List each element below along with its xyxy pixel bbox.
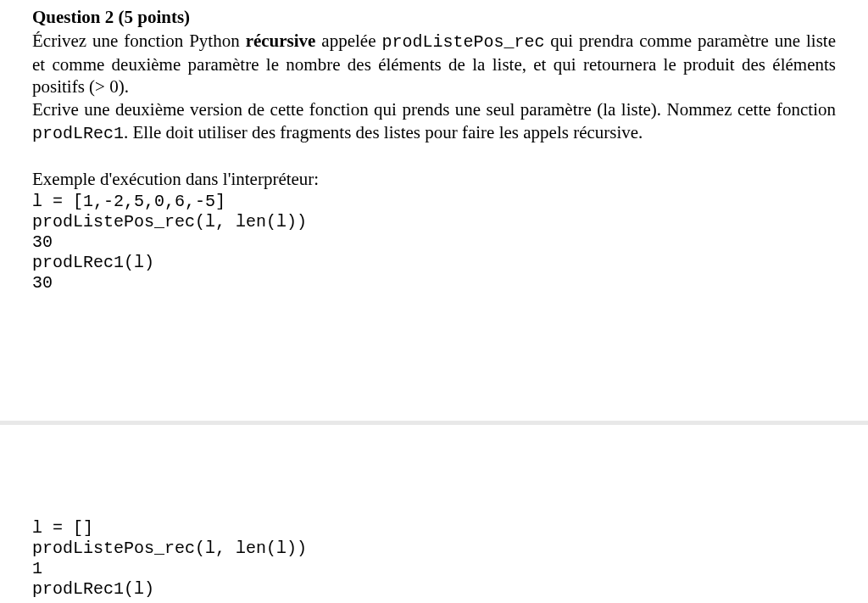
para2-code1: prodLRec1: [32, 124, 124, 143]
para1-bold: récursive: [246, 31, 316, 51]
code-block-2: l = [] prodListePos_rec(l, len(l)) 1 pro…: [32, 518, 836, 603]
code-block-1: l = [1,-2,5,0,6,-5] prodListePos_rec(l, …: [32, 192, 836, 293]
para1-pre: Écrivez une fonction Python: [32, 31, 246, 51]
second-example-section: l = [] prodListePos_rec(l, len(l)) 1 pro…: [0, 518, 868, 603]
para2-post: . Elle doit utiliser des fragments des l…: [124, 122, 643, 142]
question-paragraph-2: Ecrive une deuxième version de cette fon…: [32, 98, 836, 144]
section-divider: [0, 421, 868, 425]
question-section: Question 2 (5 points) Écrivez une foncti…: [0, 0, 868, 310]
para2-pre: Ecrive une deuxième version de cette fon…: [32, 99, 836, 120]
question-title: Question 2 (5 points): [32, 7, 836, 28]
example-heading: Exemple d'exécution dans l'interpréteur:: [32, 169, 836, 190]
question-paragraph-1: Écrivez une fonction Python récursive ap…: [32, 30, 836, 98]
para1-mid: appelée: [315, 31, 381, 51]
para1-code1: prodListePos_rec: [381, 32, 544, 52]
